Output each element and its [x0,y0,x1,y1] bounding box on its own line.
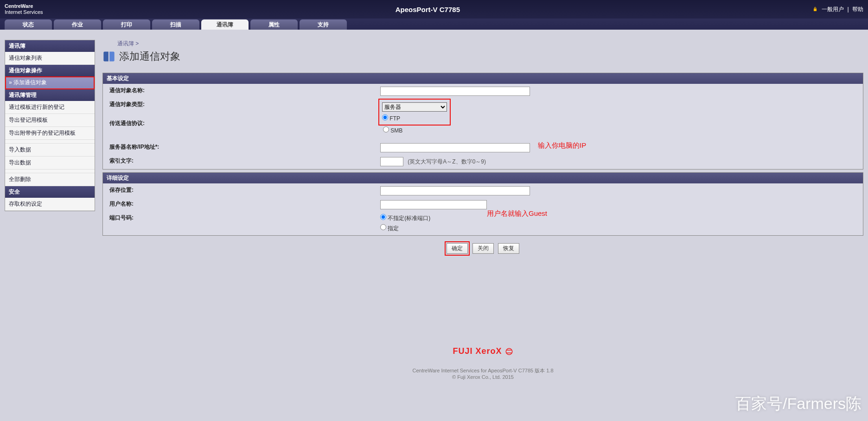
tab-scan[interactable]: 扫描 [152,19,199,30]
label-contact-type: 通信对象类型: [104,99,377,117]
sidebar-item-delete-all[interactable]: 全部删除 [5,173,95,186]
input-server-ip[interactable] [380,143,530,152]
select-contact-type[interactable]: 服务器 [382,102,447,112]
tab-jobs[interactable]: 作业 [54,19,101,30]
xerox-sphere-icon [505,347,513,356]
ok-button[interactable]: 确定 [447,243,468,254]
footer-line2: © Fuji Xerox Co., Ltd. 2015 [102,374,863,380]
sidebar-spacer [5,140,95,144]
side-sec-manage: 通讯簿管理 [5,89,95,101]
sidebar-item-export-template[interactable]: 导出登记用模板 [5,114,95,127]
user-link[interactable]: 一般用户 [822,6,844,13]
breadcrumb[interactable]: 通讯簿 > [102,40,863,48]
sidebar-item-export[interactable]: 导出数据 [5,157,95,170]
footer: FUJI XeroX CentreWare Internet Services … [102,346,863,380]
highlight-type-proto: 服务器 FTP [380,101,449,124]
header-bar: CentreWare Internet Services ApeosPort-V… [0,0,868,19]
book-icon [102,50,115,63]
annotation-ip: 输入你电脑的IP [538,141,586,150]
model-name: ApeosPort-V C7785 [43,6,813,13]
radio-port-default-row[interactable]: 不指定(标准端口) [380,214,859,222]
detail-panel-title: 详细设定 [103,173,863,183]
detail-panel: 详细设定 保存位置: 用户名称: 端口号码: 不指定(标准端口) [102,172,863,236]
header-right: 一般用户 | 帮助 [812,6,863,13]
label-protocol: 传送通信协议: [104,118,377,136]
input-save-location[interactable] [380,186,530,195]
side-sec-operations: 通信对象操作 [5,65,95,76]
brand: CentreWare Internet Services [5,3,43,15]
tab-status[interactable]: 状态 [5,19,52,30]
radio-port-specify[interactable] [380,224,386,230]
tab-print[interactable]: 打印 [103,19,150,30]
label-index: 索引文字: [104,155,377,168]
label-contact-name: 通信对象名称: [104,85,377,98]
restore-button[interactable]: 恢复 [498,243,519,254]
sidebar-spacer [5,170,95,173]
button-row: 确定 关闭 恢复 [102,243,863,254]
radio-port-specify-row[interactable]: 指定 [380,224,859,232]
tab-bar: 状态 作业 打印 扫描 通讯簿 属性 支持 [0,19,868,30]
basic-panel: 基本设定 通信对象名称: 通信对象类型: 服务器 FTP [102,73,863,170]
sidebar: 通讯簿 通信对象列表 通信对象操作 » 添加通信对象 通讯簿管理 通过模板进行新… [5,40,95,211]
radio-smb[interactable] [383,126,389,132]
input-username[interactable] [380,200,487,209]
footer-line1: CentreWare Internet Services for ApeosPo… [102,367,863,374]
sidebar-item-add-contact[interactable]: » 添加通信对象 [5,76,95,89]
sidebar-item-import[interactable]: 导入数据 [5,144,95,157]
tab-support[interactable]: 支持 [300,19,347,30]
tab-properties[interactable]: 属性 [250,19,298,30]
brand-bottom: Internet Services [5,9,43,15]
sidebar-item-export-template-sample[interactable]: 导出附带例子的登记用模板 [5,127,95,140]
input-contact-name[interactable] [380,87,530,96]
annotation-user: 用户名就输入Guest [487,209,547,218]
side-sec-addressbook: 通讯簿 [5,40,95,52]
sidebar-item-access[interactable]: 存取权的设定 [5,198,95,211]
basic-panel-title: 基本设定 [103,73,863,84]
radio-smb-row[interactable]: SMB [383,126,859,134]
radio-ftp[interactable] [382,114,388,120]
sidebar-item-template-new[interactable]: 通过模板进行新的登记 [5,101,95,114]
sidebar-item-contact-list[interactable]: 通信对象列表 [5,52,95,65]
hint-index: (英文大写字母A～Z、数字0～9) [408,158,486,165]
label-username: 用户名称: [104,198,377,211]
svg-point-0 [506,349,512,355]
content: 通讯簿 > 添加通信对象 基本设定 通信对象名称: 通信对象类型: 服务器 [102,40,863,380]
label-port: 端口号码: [104,212,377,234]
brand-top: CentreWare [5,3,43,9]
label-server: 服务器名称/IP地址*: [104,141,377,154]
label-save-location: 保存位置: [104,184,377,197]
fuji-xerox-logo: FUJI XeroX [102,346,863,356]
page-title: 添加通信对象 [119,50,180,63]
close-button[interactable]: 关闭 [472,243,494,254]
input-index[interactable] [380,157,403,166]
side-sec-security: 安全 [5,186,95,198]
radio-ftp-row[interactable]: FTP [382,114,447,122]
tab-addressbook[interactable]: 通讯簿 [201,19,249,30]
lock-icon [812,6,818,12]
help-link[interactable]: 帮助 [852,6,863,13]
radio-port-default[interactable] [380,214,386,220]
